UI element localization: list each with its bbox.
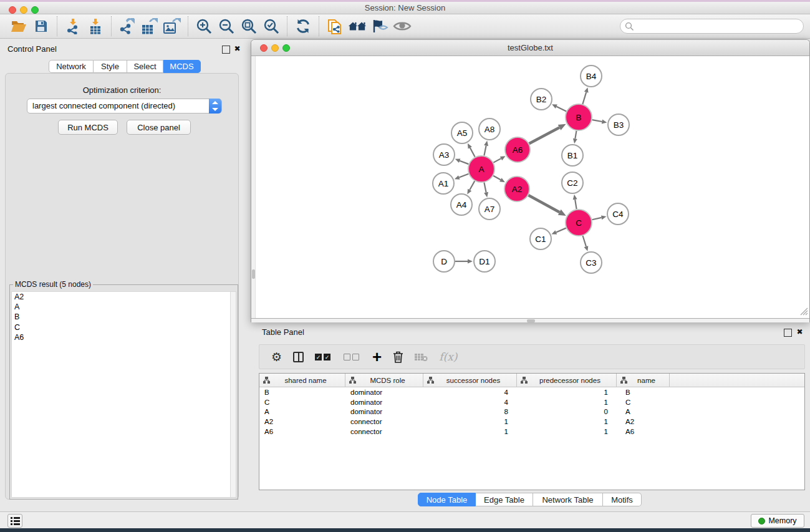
column-header-predecessor-nodes[interactable]: predecessor nodes <box>517 374 617 387</box>
deselect-all-icon[interactable] <box>344 354 361 360</box>
result-scrollbar[interactable] <box>230 292 236 497</box>
graph-node-B1[interactable]: B1 <box>562 145 583 166</box>
control-panel-close-button[interactable]: ✖ <box>233 45 241 53</box>
table-row[interactable]: Bdominator41B <box>259 387 804 397</box>
hide-selected-icon[interactable] <box>370 17 389 35</box>
graph-node-C[interactable]: C <box>566 210 592 236</box>
graph-node-A8[interactable]: A8 <box>479 118 500 140</box>
mcds-result-list[interactable]: A2ABCA6 <box>11 291 236 498</box>
table-cell: 8 <box>423 408 517 415</box>
gear-icon[interactable]: ⚙ <box>271 350 282 364</box>
export-image-icon[interactable] <box>163 17 181 35</box>
graph-node-C4[interactable]: C4 <box>607 203 629 225</box>
main-titlebar[interactable]: Session: New Session <box>0 2 810 14</box>
result-item[interactable]: A <box>12 302 236 312</box>
tab-node-table[interactable]: Node Table <box>418 493 476 506</box>
network-window-titlebar[interactable]: testGlobe.txt <box>251 40 809 56</box>
run-mcds-button[interactable]: Run MCDS <box>58 120 118 135</box>
tab-network[interactable]: Network <box>49 60 94 73</box>
graph-node-A5[interactable]: A5 <box>451 122 473 143</box>
show-hidden-icon[interactable] <box>393 17 412 35</box>
search-input[interactable] <box>634 21 803 31</box>
graph-node-A6[interactable]: A6 <box>505 137 530 162</box>
graph-node-B4[interactable]: B4 <box>581 65 602 87</box>
svg-text:A: A <box>478 165 484 174</box>
clone-network-icon[interactable] <box>325 17 344 35</box>
tab-style[interactable]: Style <box>94 60 127 73</box>
column-header-name[interactable]: name <box>617 374 670 387</box>
optimization-criterion-label: Optimization criterion: <box>6 85 238 95</box>
tab-network-table[interactable]: Network Table <box>533 493 603 506</box>
table-row[interactable]: Cdominator41C <box>259 397 804 407</box>
delete-icon[interactable] <box>393 351 403 363</box>
result-item[interactable]: A6 <box>12 332 236 342</box>
table-row[interactable]: A2connector11A2 <box>259 417 804 427</box>
table-cell: 1 <box>517 389 617 396</box>
zoom-fit-icon[interactable] <box>239 17 258 35</box>
graph-node-A[interactable]: A <box>468 156 494 182</box>
zoom-selected-icon[interactable] <box>262 17 281 35</box>
result-item[interactable]: B <box>12 312 236 322</box>
graph-node-C2[interactable]: C2 <box>562 172 583 193</box>
criterion-dropdown[interactable]: largest connected component (directed) <box>27 99 222 114</box>
table-row[interactable]: Adominator80A <box>259 407 804 417</box>
graph-node-A1[interactable]: A1 <box>433 173 454 194</box>
column-header-MCDS-role[interactable]: MCDS role <box>345 374 423 387</box>
svg-text:D: D <box>441 257 447 266</box>
home-icon[interactable] <box>348 17 367 35</box>
graph-node-A7[interactable]: A7 <box>479 198 500 220</box>
dropdown-stepper[interactable] <box>209 99 221 114</box>
close-panel-button[interactable]: Close panel <box>127 120 191 135</box>
tab-mcds[interactable]: MCDS <box>163 60 201 73</box>
import-table-icon[interactable] <box>86 17 105 35</box>
open-session-icon[interactable] <box>9 17 28 35</box>
tab-select[interactable]: Select <box>127 60 163 73</box>
graph-node-C1[interactable]: C1 <box>530 228 551 249</box>
refresh-icon[interactable] <box>294 17 312 35</box>
resize-grip[interactable] <box>800 307 808 316</box>
column-header-shared-name[interactable]: shared name <box>259 374 345 387</box>
toolbar-separator <box>319 16 319 36</box>
table-panel-close-button[interactable]: ✖ <box>796 328 804 336</box>
graph-node-C3[interactable]: C3 <box>581 252 602 273</box>
result-item[interactable]: C <box>12 322 236 332</box>
vertical-scroll-thumb[interactable] <box>252 269 255 279</box>
zoom-in-icon[interactable] <box>195 17 213 35</box>
graph-node-D1[interactable]: D1 <box>474 251 495 272</box>
network-vertical-scrollbar[interactable] <box>251 56 256 318</box>
graph-node-B[interactable]: B <box>566 104 592 130</box>
graph-node-B3[interactable]: B3 <box>608 114 629 135</box>
select-all-icon[interactable]: ✓✓ <box>315 354 332 360</box>
add-column-icon[interactable]: + <box>372 351 382 363</box>
network-horizontal-scrollbar[interactable] <box>251 318 809 322</box>
task-history-button[interactable] <box>7 514 22 528</box>
save-session-icon[interactable] <box>32 17 51 35</box>
svg-text:C1: C1 <box>535 235 546 244</box>
node-table[interactable]: shared nameMCDS rolesuccessor nodesprede… <box>259 373 805 490</box>
table-cell: B <box>617 389 670 396</box>
table-row[interactable]: A6connector11A6 <box>259 427 804 437</box>
graph-node-A2[interactable]: A2 <box>504 177 529 201</box>
network-graph-canvas[interactable]: AA1A2A3A4A5A6A7A8BB1B2B3B4CC1C2C3C4DD1 <box>254 56 810 318</box>
graph-node-B2[interactable]: B2 <box>531 89 552 110</box>
horizontal-scroll-thumb[interactable] <box>527 319 535 322</box>
zoom-out-icon[interactable] <box>217 17 236 35</box>
graph-node-A4[interactable]: A4 <box>451 194 472 215</box>
table-panel-float-button[interactable] <box>784 329 792 337</box>
search-field[interactable] <box>620 19 804 34</box>
graph-node-D[interactable]: D <box>433 251 455 272</box>
svg-text:A2: A2 <box>512 185 523 194</box>
import-network-icon[interactable] <box>64 17 82 35</box>
table-cell: A2 <box>259 418 345 425</box>
export-network-icon[interactable] <box>118 17 137 35</box>
tab-edge-table[interactable]: Edge Table <box>476 493 533 506</box>
tab-motifs[interactable]: Motifs <box>603 493 642 506</box>
export-table-icon[interactable] <box>140 17 159 35</box>
graph-edge-B-B4 <box>582 92 586 104</box>
result-item[interactable]: A2 <box>12 292 236 302</box>
memory-button[interactable]: Memory <box>751 514 804 528</box>
graph-node-A3[interactable]: A3 <box>433 144 455 165</box>
columns-icon[interactable] <box>293 352 304 362</box>
control-panel-float-button[interactable] <box>222 46 230 54</box>
column-header-successor-nodes[interactable]: successor nodes <box>423 374 517 387</box>
